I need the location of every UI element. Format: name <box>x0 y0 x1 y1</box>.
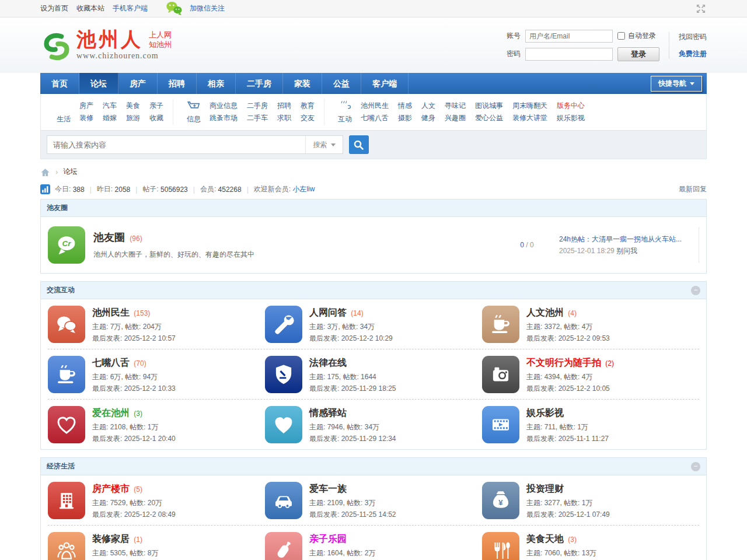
auto-login-checkbox[interactable] <box>617 32 625 40</box>
forum-link[interactable]: 七嘴八舌 <box>92 358 130 368</box>
hot-thread-link[interactable]: 24h热帖：大清早一瘸一拐地从火车站... <box>559 233 690 245</box>
forum-link[interactable]: 娱乐影视 <box>526 408 564 418</box>
subnav-link[interactable]: 跳蚤市场 <box>210 112 238 124</box>
subnav-link[interactable]: 交友 <box>301 112 315 124</box>
home-icon[interactable] <box>40 167 50 177</box>
subnav-link[interactable]: 婚嫁 <box>103 112 117 124</box>
new-member-link[interactable]: 小左liw <box>292 184 315 194</box>
subnav-link[interactable]: 寻味记 <box>445 100 466 112</box>
mobile-client-link[interactable]: 手机客户端 <box>113 4 148 13</box>
breadcrumb-current[interactable]: 论坛 <box>63 167 77 177</box>
camera-icon[interactable] <box>482 356 519 393</box>
forum-link[interactable]: 美食天地 <box>526 534 564 544</box>
subnav-link[interactable]: 教育 <box>301 100 315 112</box>
forum-link[interactable]: 投资理财 <box>526 484 564 494</box>
subnav-link[interactable]: 房产 <box>79 100 93 112</box>
subnav-link[interactable]: 装修大讲堂 <box>512 112 547 124</box>
collapse-toggle-button[interactable]: − <box>691 286 700 295</box>
subnav-link[interactable]: 爱心公益 <box>475 112 503 124</box>
nav-tab[interactable]: 客户端 <box>361 73 409 94</box>
subnav-link[interactable]: 美食 <box>126 100 140 112</box>
nav-tab[interactable]: 首页 <box>40 73 79 94</box>
site-logo[interactable]: 池州人 上人网 知池州 www.chizhouren.com <box>40 28 172 63</box>
nav-tab[interactable]: 房产 <box>118 73 158 94</box>
nav-tab[interactable]: 二手房 <box>236 73 283 94</box>
subnav-link[interactable]: 汽车 <box>103 100 117 112</box>
heart-outline-icon[interactable] <box>48 406 85 443</box>
subnav-link[interactable]: 版务中心 <box>557 100 585 112</box>
forum-link[interactable]: 情感驿站 <box>309 408 347 418</box>
search-button[interactable] <box>349 135 369 154</box>
account-input[interactable] <box>525 30 613 43</box>
bottle-icon[interactable] <box>265 532 302 560</box>
subnav-link[interactable]: 二手车 <box>247 112 268 124</box>
collapse-toggle-button[interactable]: − <box>691 462 700 471</box>
latest-reply-link[interactable]: 最新回复 <box>679 184 707 194</box>
bubble-logo-icon[interactable]: Cr <box>48 226 85 264</box>
forum-link[interactable]: 亲子乐园 <box>309 534 347 544</box>
expand-icon[interactable] <box>695 3 707 15</box>
password-input[interactable] <box>525 48 613 61</box>
car-icon[interactable] <box>265 482 302 519</box>
quick-nav-button[interactable]: 快捷导航 <box>651 76 702 92</box>
subnav-link[interactable]: 情感 <box>398 100 412 112</box>
film-icon[interactable] <box>482 406 519 443</box>
subnav-link[interactable]: 图说城事 <box>475 100 503 112</box>
forum-link[interactable]: 人网问答 <box>309 307 347 317</box>
shield-icon[interactable] <box>265 356 302 393</box>
last-post-user-link[interactable]: 别问我 <box>616 247 637 255</box>
forum-link[interactable]: 人文池州 <box>526 307 564 317</box>
register-link[interactable]: 免费注册 <box>679 49 707 59</box>
wechat-follow-link[interactable]: 加微信关注 <box>190 4 225 13</box>
forum-link[interactable]: 爱车一族 <box>309 484 347 494</box>
subnav-link[interactable]: 兴趣圈 <box>445 112 466 124</box>
coffee-icon[interactable] <box>48 356 85 393</box>
subnav-link[interactable]: 周末嗨翻天 <box>512 100 547 112</box>
subnav-link[interactable]: 娱乐影视 <box>557 112 585 124</box>
forum-card: 爱在池州 (3) 主题: 2108, 帖数: 1万 最后发表: 2025-12-… <box>48 406 265 443</box>
section-label: 信息 <box>187 115 201 123</box>
subnav-link[interactable]: 旅游 <box>126 112 140 124</box>
favorite-link[interactable]: 收藏本站 <box>76 4 104 13</box>
heart-icon[interactable] <box>265 406 302 443</box>
subnav-link[interactable]: 七嘴八舌 <box>361 112 389 124</box>
forum-link[interactable]: 池州民生 <box>92 307 130 317</box>
nav-tab[interactable]: 招聘 <box>158 73 197 94</box>
subnav-link[interactable]: 人文 <box>421 100 435 112</box>
forum-card: 美食天地 (3) 主题: 7060, 帖数: 13万 最后发表: 2025-12… <box>482 532 699 560</box>
chat-icon[interactable] <box>48 306 85 343</box>
nav-tab[interactable]: 公益 <box>322 73 361 94</box>
search-scope-select[interactable]: 搜索 <box>305 136 343 153</box>
subnav-link[interactable]: 招聘 <box>277 100 291 112</box>
set-home-link[interactable]: 设为首页 <box>40 4 68 13</box>
cutlery-icon[interactable] <box>482 532 519 560</box>
subnav-link[interactable]: 摄影 <box>398 112 412 124</box>
forum-stats: 主题: 7060, 帖数: 13万 <box>526 549 609 557</box>
subnav-link[interactable]: 健身 <box>421 112 435 124</box>
wrench-icon[interactable] <box>265 306 302 343</box>
subnav-link[interactable]: 装修 <box>79 112 93 124</box>
subnav-link[interactable]: 收藏 <box>149 112 163 124</box>
nav-tab[interactable]: 论坛 <box>79 73 118 94</box>
forum-link[interactable]: 不文明行为随手拍 <box>526 358 601 368</box>
search-input[interactable] <box>47 136 305 153</box>
forum-last-post: 最后发表: 2025-12-2 10:33 <box>92 384 176 393</box>
subnav-link[interactable]: 池州民生 <box>361 100 389 112</box>
subnav-link[interactable]: 求职 <box>277 112 291 124</box>
subnav-link[interactable]: 二手房 <box>247 100 268 112</box>
forum-link[interactable]: 装修家居 <box>92 534 130 544</box>
forum-link[interactable]: 房产楼市 <box>92 484 130 494</box>
moneybag-icon[interactable]: ¥ <box>482 482 519 519</box>
login-button[interactable]: 登录 <box>617 47 659 61</box>
forum-link[interactable]: 爱在池州 <box>92 408 130 418</box>
coffee-icon[interactable] <box>482 306 519 343</box>
nav-tab[interactable]: 相亲 <box>197 73 236 94</box>
people-icon[interactable] <box>48 532 85 560</box>
nav-tab[interactable]: 家装 <box>283 73 322 94</box>
forum-link[interactable]: 池友圈 <box>93 232 125 243</box>
subnav-link[interactable]: 商业信息 <box>210 100 238 112</box>
forum-link[interactable]: 法律在线 <box>309 358 347 368</box>
forgot-password-link[interactable]: 找回密码 <box>679 32 707 42</box>
subnav-link[interactable]: 亲子 <box>149 100 163 112</box>
building-icon[interactable] <box>48 482 85 519</box>
